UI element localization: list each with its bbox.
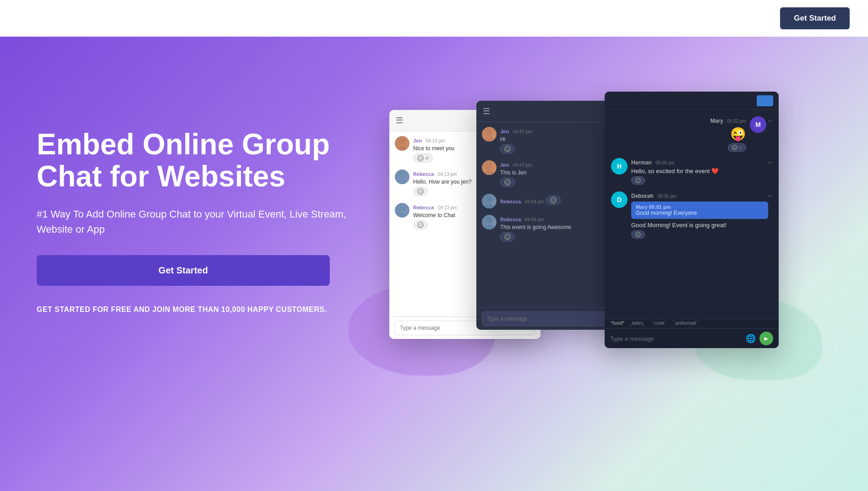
svg-point-0 [399,138,405,145]
reaction-button[interactable] [413,187,428,196]
message-sender: Jen [413,138,422,143]
hero-tagline: GET STARTED FOR FREE AND JOIN MORE THAN … [37,304,357,315]
chat-mockup-3: Mary 05:02 pm 😜 ↺ M ↩ H Herm [605,92,779,348]
reply-icon[interactable]: ↩ [768,193,772,199]
svg-point-34 [508,236,509,237]
svg-point-4 [421,157,422,158]
reaction-button[interactable] [413,220,428,229]
message-content: Herman 05:05 pm Hello, so excited for th… [631,158,768,185]
message-emoji: 😜 [710,126,746,142]
message-sender: Jen [500,162,509,168]
hero-chat-mockups: ☰ Jen 04:10 pm Nice to meet you ↺ [376,92,831,366]
chat-input-3[interactable] [610,335,746,342]
svg-point-25 [486,196,492,202]
message-row: Rebecca 04:44 pm [482,194,622,208]
format-code: `code` [651,321,667,326]
reaction-button[interactable]: ↺ [413,153,433,163]
format-bar: *bold* _italics_ `code` ``preformatt`` [605,319,779,327]
svg-point-3 [419,157,420,158]
svg-point-11 [397,213,407,218]
message-content: Rebecca 04:44 pm [500,194,622,205]
message-row: H Herman 05:05 pm Hello, so excited for … [611,158,772,185]
svg-point-27 [551,197,556,203]
message-text: Hi [500,136,622,142]
svg-point-32 [505,234,510,240]
message-time: 05:02 pm [727,119,746,124]
hero-section: Embed Online Group Chat for Websites #1 … [0,37,868,491]
nav-get-started-button[interactable]: Get Started [780,7,850,29]
avatar-deborah: D [611,191,628,208]
reply-icon[interactable]: ↩ [768,160,772,166]
message-time: 04:44 pm [525,217,544,222]
reply-icon[interactable]: ↩ [768,118,772,124]
quoted-text: Good morning! Everyone [636,210,764,216]
emoji-button[interactable]: 🌐 [746,333,756,344]
message-sender: Rebecca [413,205,434,210]
svg-point-9 [421,191,422,191]
svg-point-6 [397,180,407,184]
nav-pricing[interactable]: Pricing [252,14,276,23]
format-italic: _italics_ [629,321,646,326]
message-row: D Deborah 05:05 pm Mary 05:01 pm Good mo… [611,191,772,239]
svg-point-43 [639,234,639,235]
avatar [482,160,497,175]
reaction-button[interactable]: ↺ [728,143,746,152]
message-text: This event is going Awesome [500,224,622,230]
message-time: 04:13 pm [438,205,457,210]
svg-point-18 [506,148,507,149]
svg-point-30 [486,217,492,224]
avatar-herman: H [611,158,628,175]
send-button[interactable]: ► [759,332,773,345]
svg-point-26 [484,204,494,208]
message-content: Rebecca 04:44 pm This event is going Awe… [500,215,622,242]
svg-point-8 [419,191,420,191]
svg-point-1 [397,146,407,151]
svg-point-40 [639,180,639,180]
chat-input-2[interactable] [482,311,622,326]
message-time: 04:42 pm [513,129,532,134]
svg-point-28 [552,199,553,200]
nav-developer[interactable]: Developer [141,14,176,23]
nav-signin[interactable]: Sign In [443,14,467,23]
message-row: Rebecca 04:44 pm This event is going Awe… [482,215,622,242]
message-time: 04:44 pm [525,199,544,204]
reaction-button[interactable] [631,230,645,239]
nav-links: Developer Features Pricing Live Streamin… [141,14,781,23]
message-sender: Rebecca [413,171,434,177]
svg-point-14 [421,224,422,225]
svg-point-20 [486,163,492,169]
svg-point-7 [418,189,423,194]
svg-point-33 [506,236,507,237]
reaction-button[interactable] [546,196,561,205]
svg-point-23 [506,181,507,182]
message-row: Jen 04:43 pm This is Jen [482,160,622,187]
avatar [395,169,409,184]
message-text: Hello, so excited for the event ❤️ [631,168,768,175]
svg-point-22 [505,180,510,185]
site-logo: DeadSimpleChat [18,11,113,26]
nav-features[interactable]: Features [199,14,229,23]
message-text: Good Morning! Event is going great! [631,222,768,229]
hero-get-started-button[interactable]: Get Started [37,255,330,286]
nav-live-streaming[interactable]: Live Streaming Chat [299,14,370,23]
menu-icon: ☰ [483,106,490,116]
svg-point-29 [554,199,555,200]
message-row: Mary 05:02 pm 😜 ↺ M ↩ [611,116,772,152]
avatar [395,136,409,151]
reaction-button[interactable] [500,144,515,153]
svg-point-5 [399,172,405,178]
reaction-button[interactable] [500,178,515,187]
reaction-button[interactable] [631,176,645,185]
navigation: DeadSimpleChat Developer Features Pricin… [0,0,868,37]
nav-support[interactable]: Support [393,14,420,23]
hero-subtitle: #1 Way To Add Online Group Chat to your … [37,207,357,237]
menu-icon: ☰ [396,115,403,125]
message-content: Jen 04:43 pm This is Jen [500,160,622,187]
svg-point-2 [418,155,423,161]
avatar [482,194,497,208]
message-content: Deborah 05:05 pm Mary 05:01 pm Good morn… [631,191,768,239]
format-preformat: ``preformatt`` [672,321,699,326]
message-time: 05:05 pm [655,160,675,165]
reaction-button[interactable] [500,232,515,241]
svg-point-42 [637,234,638,235]
